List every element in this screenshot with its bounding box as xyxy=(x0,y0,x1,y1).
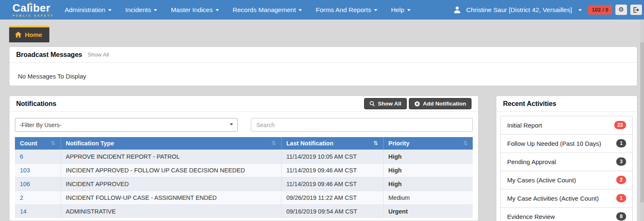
logout-icon xyxy=(633,7,639,13)
menu-forms-and-reports[interactable]: Forms And Reports xyxy=(316,6,377,14)
column-header-priority[interactable]: Priority⇅ xyxy=(383,137,473,150)
notifications-table: Count⇅ Notification Type⇅ Last Notificat… xyxy=(15,137,473,218)
last-notification-cell: 09/16/2019 09:54 AM CST xyxy=(281,205,383,219)
settings-button[interactable]: ⚙ xyxy=(615,5,627,15)
last-notification-cell: 11/14/2019 10:05 AM CST xyxy=(281,150,383,164)
broadcast-messages-panel: Broadcast Messages Show All No Messages … xyxy=(9,47,637,86)
activity-item-initial-report[interactable]: Initial Report 23 xyxy=(501,116,632,134)
sort-icon: ⇅ xyxy=(463,140,468,146)
activity-label: Initial Report xyxy=(507,122,542,129)
user-icon xyxy=(453,6,461,14)
brand-name: Caliber xyxy=(12,2,54,13)
last-notification-cell: 09/26/2019 11:22 AM CST xyxy=(281,191,383,205)
filter-by-users-select-wrap: -Filter By Users- xyxy=(15,118,238,132)
count-link[interactable]: 103 xyxy=(20,167,30,174)
table-row: 106 INCIDENT APPROVED 11/14/2019 09:46 A… xyxy=(15,177,473,191)
activity-count-badge: 23 xyxy=(614,121,626,129)
last-notification-cell: 11/14/2019 09:46 AM CST xyxy=(281,177,383,191)
gear-icon: ⚙ xyxy=(618,7,624,13)
activity-count-badge: 1 xyxy=(616,139,626,147)
vertical-scrollbar-track xyxy=(640,20,644,221)
filter-by-users-select[interactable]: -Filter By Users- xyxy=(15,118,238,132)
activity-item-my-cases[interactable]: My Cases (Active Count) 2 xyxy=(501,171,632,189)
count-link[interactable]: 106 xyxy=(20,181,30,187)
activity-label: My Case Activities (Active Count) xyxy=(507,195,599,202)
activity-item-my-case-activities[interactable]: My Case Activities (Active Count) 1 xyxy=(501,189,632,207)
menu-administration[interactable]: Administration xyxy=(65,6,112,14)
plus-circle-icon xyxy=(414,101,420,107)
menu-incidents[interactable]: Incidents xyxy=(125,6,157,14)
activity-count-badge: 3 xyxy=(616,157,626,166)
notifications-title: Notifications xyxy=(16,100,56,108)
sort-icon: ⇅ xyxy=(272,140,276,146)
notifications-filter-row: -Filter By Users- xyxy=(10,112,478,132)
brand-tagline: PUBLIC SAFETY xyxy=(12,14,54,17)
chevron-down-icon xyxy=(154,9,157,11)
top-navbar: Caliber PUBLIC SAFETY Administration Inc… xyxy=(0,0,644,20)
broadcast-empty-message: No Messages To Display xyxy=(10,63,637,90)
menu-label: Administration xyxy=(65,6,105,14)
notifications-actions: Show All Add Notification xyxy=(364,96,471,111)
count-link[interactable]: 2 xyxy=(20,194,23,201)
column-header-last-notification[interactable]: Last Notification⇅ xyxy=(281,137,383,150)
activity-label: Follow Up Needed (Past 10 Days) xyxy=(507,140,601,147)
table-row: 14 ADMINISTRATIVE 09/16/2019 09:54 AM CS… xyxy=(15,205,473,219)
tab-home[interactable]: Home xyxy=(9,26,49,42)
menu-label: Incidents xyxy=(125,6,151,14)
search-input[interactable] xyxy=(251,118,473,132)
sort-icon: ⇅ xyxy=(51,140,56,146)
activity-list: Initial Report 23 Follow Up Needed (Past… xyxy=(501,116,633,221)
activity-count-badge: 8 xyxy=(616,212,626,221)
logout-button[interactable] xyxy=(630,5,642,15)
notifications-panel: Notifications Show All Add Notification … xyxy=(9,96,479,221)
notification-type-cell: APPROVE INCIDENT REPORT - PATROL xyxy=(61,150,281,164)
count-link[interactable]: 14 xyxy=(20,208,27,215)
activity-label: My Cases (Active Count) xyxy=(507,177,576,184)
broadcast-show-all-link[interactable]: Show All xyxy=(87,52,109,58)
activity-item-follow-up-needed[interactable]: Follow Up Needed (Past 10 Days) 1 xyxy=(501,134,632,152)
count-link[interactable]: 6 xyxy=(20,153,23,160)
caliber-logo[interactable]: Caliber PUBLIC SAFETY xyxy=(12,2,54,17)
recent-activities-panel: Recent Activities Initial Report 23 Foll… xyxy=(496,96,637,221)
menu-master-indices[interactable]: Master Indices xyxy=(171,6,219,14)
column-header-count[interactable]: Count⇅ xyxy=(15,137,61,150)
sort-icon-active: ⇅ xyxy=(374,140,378,146)
table-row: 2 INCIDENT FOLLOW-UP CASE - ASSIGNMENT E… xyxy=(15,191,473,205)
vertical-scrollbar-thumb[interactable] xyxy=(640,42,644,202)
activity-item-pending-approval[interactable]: Pending Approval 3 xyxy=(501,152,632,171)
table-row: 6 APPROVE INCIDENT REPORT - PATROL 11/14… xyxy=(15,150,473,164)
notification-type-cell: ADMINISTRATIVE xyxy=(61,205,281,219)
search-icon xyxy=(369,101,375,106)
chevron-down-icon xyxy=(374,9,377,11)
activity-item-evidence-review[interactable]: Evidence Review 8 xyxy=(501,207,632,221)
notification-type-cell: INCIDENT APPROVED xyxy=(61,177,281,191)
tab-home-label: Home xyxy=(25,31,42,38)
chevron-down-icon xyxy=(407,9,411,11)
user-chevron-down-icon[interactable] xyxy=(578,9,582,11)
activity-count-badge: 1 xyxy=(616,194,626,202)
show-all-button[interactable]: Show All xyxy=(364,98,407,109)
recent-activities-title: Recent Activities xyxy=(503,100,556,108)
activity-label: Evidence Review xyxy=(507,213,555,220)
broadcast-header: Broadcast Messages Show All xyxy=(10,47,637,63)
priority-cell: Medium xyxy=(383,191,473,205)
broadcast-title: Broadcast Messages xyxy=(16,51,82,59)
menu-label: Forms And Reports xyxy=(316,6,371,14)
column-header-notification-type[interactable]: Notification Type⇅ xyxy=(61,137,281,150)
menu-records-management[interactable]: Records Management xyxy=(233,6,302,14)
menu-help[interactable]: Help xyxy=(391,6,411,14)
recent-activities-body: Initial Report 23 Follow Up Needed (Past… xyxy=(496,112,637,221)
notifications-header: Notifications Show All Add Notification xyxy=(10,96,478,112)
notification-type-cell: INCIDENT APPROVED - FOLLOW UP CASE DECIS… xyxy=(61,164,281,177)
menu-label: Master Indices xyxy=(171,6,213,14)
priority-cell: High xyxy=(383,150,473,164)
add-notification-button[interactable]: Add Notification xyxy=(409,98,471,109)
activity-label: Pending Approval xyxy=(507,158,556,165)
notification-counter-badge[interactable]: 102 / 0 xyxy=(588,5,612,15)
notification-type-cell: INCIDENT FOLLOW-UP CASE - ASSIGNMENT END… xyxy=(61,191,281,205)
menu-label: Help xyxy=(391,6,404,14)
navbar-right: Christine Saur [District 42, Versailles]… xyxy=(453,5,642,15)
user-menu[interactable]: Christine Saur [District 42, Versailles] xyxy=(466,6,572,14)
recent-activities-header: Recent Activities xyxy=(496,96,637,112)
chevron-down-icon xyxy=(299,9,302,11)
